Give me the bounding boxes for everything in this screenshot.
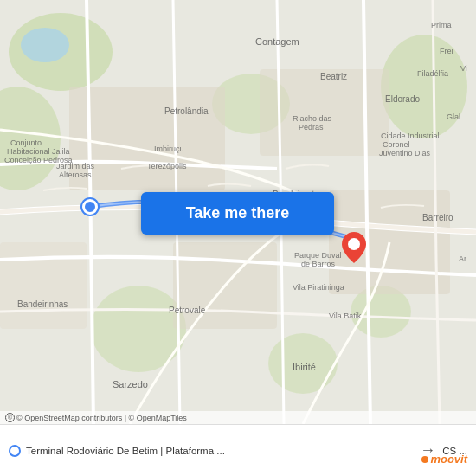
svg-text:Pedras: Pedras: [299, 123, 324, 132]
svg-text:Juventino Dias: Juventino Dias: [379, 149, 431, 158]
svg-text:Vi: Vi: [460, 64, 467, 73]
moovit-text: moovit: [430, 453, 467, 466]
svg-text:Alterosas: Alterosas: [59, 170, 92, 179]
attribution: © © OpenStreetMap contributors | © OpenM…: [0, 411, 476, 424]
route-from-label: Terminal Rodoviário De Betim | Plataform…: [26, 446, 413, 456]
route-from-icon: [9, 445, 21, 457]
svg-text:de Barros: de Barros: [301, 260, 336, 268]
svg-text:Parque Duval: Parque Duval: [294, 251, 342, 260]
attribution-text: © OpenStreetMap contributors | © OpenMap…: [16, 414, 187, 422]
svg-text:Jardim das: Jardim das: [56, 162, 95, 170]
svg-text:Vila Batik: Vila Batik: [329, 312, 362, 320]
moovit-logo: moovit: [421, 453, 467, 466]
svg-point-5: [381, 35, 467, 138]
map-container: Contagem Conjunto Habitacional Jalila Co…: [0, 0, 476, 424]
bottom-bar: Terminal Rodoviário De Betim | Plataform…: [0, 424, 476, 476]
svg-point-46: [348, 238, 360, 250]
destination-marker: [342, 232, 366, 267]
svg-text:Ibirité: Ibirité: [293, 362, 316, 372]
svg-rect-9: [69, 87, 225, 190]
svg-text:Petrovale: Petrovale: [169, 306, 206, 315]
moovit-dot: [421, 456, 428, 463]
origin-marker: [82, 199, 98, 215]
osm-circle: ©: [5, 413, 15, 422]
svg-text:Vila Piratininga: Vila Piratininga: [293, 283, 344, 292]
svg-text:Frei: Frei: [440, 47, 453, 55]
svg-text:Ar: Ar: [459, 254, 466, 263]
svg-text:Bandeirinhas: Bandeirinhas: [17, 299, 68, 309]
svg-text:Terezópolis: Terezópolis: [147, 162, 187, 170]
svg-text:Coronel: Coronel: [383, 140, 410, 149]
take-me-there-button[interactable]: Take me there: [141, 192, 334, 235]
svg-text:Glal: Glal: [447, 113, 460, 121]
svg-text:Beatriz: Beatriz: [320, 72, 347, 81]
svg-text:Barreiro: Barreiro: [422, 213, 453, 222]
svg-text:Filadélfia: Filadélfia: [417, 69, 448, 78]
svg-text:Riacho das: Riacho das: [293, 114, 332, 123]
svg-text:Sarzedo: Sarzedo: [113, 379, 148, 389]
svg-text:Conjunto: Conjunto: [10, 138, 42, 147]
svg-text:Petrolândia: Petrolândia: [164, 106, 209, 116]
svg-text:Habitacional Jalila: Habitacional Jalila: [7, 147, 70, 156]
svg-text:Imbiruçu: Imbiruçu: [154, 145, 184, 153]
svg-text:Eldorado: Eldorado: [385, 94, 420, 104]
svg-text:Contagem: Contagem: [255, 36, 299, 47]
svg-point-3: [91, 286, 186, 372]
svg-text:Cidade Industrial: Cidade Industrial: [381, 132, 440, 140]
svg-text:Prima: Prima: [431, 21, 452, 29]
svg-rect-13: [0, 242, 87, 329]
svg-point-8: [21, 28, 69, 62]
